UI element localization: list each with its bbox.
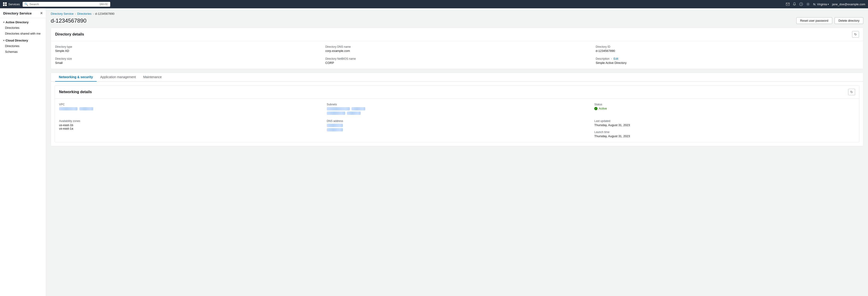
detail-directory-id-value: d-1234567890 [596,49,859,53]
reset-password-button[interactable]: Reset user password [796,17,832,24]
detail-directory-type-label: Directory type [55,45,318,48]
svg-rect-3 [5,4,7,6]
detail-dns-name-value: corp.example.com [326,49,589,53]
svg-point-7 [807,3,809,5]
tab-application-management[interactable]: Application management [97,73,140,81]
svg-rect-2 [3,4,5,6]
detail-dns-name: Directory DNS name corp.example.com [326,45,589,53]
detail-directory-id: Directory ID d-1234567890 [596,45,859,53]
vpc-id-blurred [59,107,78,110]
mail-icon[interactable] [786,3,789,6]
detail-status: Status Active [594,103,855,115]
detail-launch-time-label: Launch time [594,130,855,134]
gear-icon[interactable] [806,2,810,6]
networking-detail-grid: VPC Subnets [59,103,855,138]
top-nav: Services 🔍 [Alt+S] ? [0,0,868,8]
breadcrumb-sep-1: › [75,12,76,15]
detail-last-updated-label: Last updated [594,120,855,123]
directory-details-card-header: Directory details ↻ [51,28,863,41]
region-selector[interactable]: N. Virginia ▾ [813,3,829,6]
chevron-down-icon: ▾ [3,39,4,42]
sidebar-section-cloud-directory[interactable]: ▾ Cloud Directory [0,36,46,43]
detail-dns-address-label: DNS address [327,120,588,123]
sidebar-title: Directory Service [3,11,32,15]
chevron-down-icon: ▾ [3,21,4,24]
search-shortcut: [Alt+S] [99,3,108,6]
detail-az-values: us-east-1b us-east-1a [59,123,320,130]
svg-rect-0 [3,2,5,4]
page-header: d-1234567890 Reset user password Delete … [51,17,863,24]
search-input[interactable] [30,3,97,6]
dns1-blurred [327,124,343,127]
detail-subnets-label: Subnets [327,103,588,106]
detail-directory-id-label: Directory ID [596,45,859,48]
networking-refresh-button[interactable]: ↻ [848,89,855,95]
tab-networking[interactable]: Networking & security [55,73,97,81]
search-bar[interactable]: 🔍 [Alt+S] [23,2,110,7]
sidebar-item-directories-ad[interactable]: Directories [0,25,46,31]
top-nav-right: ? N. Virginia ▾ jane_doe@example.com [786,2,865,6]
sidebar-item-label: Directories shared with me [5,32,40,35]
sidebar-item-schemas[interactable]: Schemas [0,49,46,55]
sidebar-item-label: Schemas [5,50,18,54]
networking-details-header: Networking details ↻ [55,86,859,99]
networking-details-title: Networking details [59,90,92,94]
detail-launch-time-value: Thursday, August 31, 2023 [594,134,855,138]
breadcrumb-current: d-1234567890 [95,12,114,15]
directory-details-refresh-button[interactable]: ↻ [852,31,859,38]
detail-directory-type: Directory type Simple AD [55,45,318,53]
search-icon: 🔍 [25,3,28,6]
grid-icon [3,2,7,6]
detail-vpc: VPC [59,103,320,115]
detail-last-updated-value: Thursday, August 31, 2023 [594,123,855,127]
detail-dns-address: DNS address [327,120,588,138]
sidebar-section-label: Active Directory [5,21,29,24]
breadcrumb: Directory Service › Directories › d-1234… [51,12,863,15]
sidebar-item-shared[interactable]: Directories shared with me [0,31,46,36]
help-icon[interactable]: ? [799,2,803,6]
sidebar-item-label: Directories [5,26,19,30]
services-link[interactable]: Services [3,2,20,6]
sidebar-item-label: Directories [5,44,19,48]
tabs-bar: Networking & security Application manage… [51,73,863,81]
sidebar-item-directories-cloud[interactable]: Directories [0,43,46,49]
networking-details-body: VPC Subnets [55,99,859,142]
tabs-card: Networking & security Application manage… [51,73,863,146]
subnet1-name-blurred [351,107,365,110]
header-actions: Reset user password Delete directory [796,17,863,24]
breadcrumb-directory-service[interactable]: Directory Service [51,12,73,15]
detail-az-label: Availability zones [59,120,320,123]
main-content: Directory Service › Directories › d-1234… [46,8,868,296]
bell-icon[interactable] [793,2,796,6]
user-menu[interactable]: jane_doe@example.com [832,3,865,6]
directory-details-card: Directory details ↻ Directory type Simpl… [51,28,863,69]
page-title: d-1234567890 [51,18,87,24]
breadcrumb-directories[interactable]: Directories [77,12,92,15]
networking-details-card: Networking details ↻ VPC [55,85,860,142]
detail-directory-size-value: Small [55,61,318,65]
detail-grid: Directory type Simple AD Directory DNS n… [55,45,859,65]
sidebar-section-active-directory[interactable]: ▾ Active Directory [0,18,46,25]
vpc-name-blurred [79,107,93,110]
tab-content-networking: Networking details ↻ VPC [51,81,863,146]
detail-description-label: Description - Edit [596,57,859,60]
delete-directory-button[interactable]: Delete directory [835,17,863,24]
svg-text:?: ? [801,3,802,6]
detail-status-value: Active [594,107,855,110]
tab-maintenance[interactable]: Maintenance [140,73,165,81]
detail-description-value: Simple Active Directory [596,61,859,65]
subnet2-blurred [327,111,345,115]
sidebar: Directory Service × ▾ Active Directory D… [0,8,46,296]
description-edit-link[interactable]: Edit [613,57,618,60]
detail-netbios-value: CORP [326,61,589,65]
detail-directory-size: Directory size Small [55,57,318,65]
detail-availability-zones: Availability zones us-east-1b us-east-1a [59,120,320,138]
sidebar-close-button[interactable]: × [40,11,43,15]
detail-vpc-value [59,107,320,110]
detail-netbios-label: Directory NetBIOS name [326,57,589,60]
status-active-badge: Active [594,107,855,110]
az2-value: us-east-1a [59,127,320,130]
detail-netbios: Directory NetBIOS name CORP [326,57,589,65]
directory-details-title: Directory details [55,32,84,36]
detail-directory-size-label: Directory size [55,57,318,60]
